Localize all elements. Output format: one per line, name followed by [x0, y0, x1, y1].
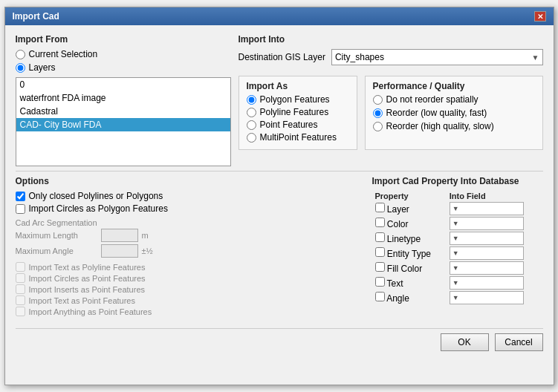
prop-select-fill_color[interactable]: ▼ — [450, 261, 524, 275]
prop-select-angle[interactable]: ▼ — [450, 291, 524, 304]
cad-property-panel: Import Cad Property Into Database Proper… — [372, 176, 543, 318]
prop-label-linetype: Linetype — [385, 234, 421, 244]
import-as-option-multipoint[interactable]: MultiPoint Features — [247, 132, 349, 143]
import-into-row: Destination GIS Layer City_shapes ▼ — [239, 49, 543, 65]
import-as-label-point: Point Features — [260, 120, 318, 130]
perf-option-low_quality[interactable]: Reorder (low quality, fast) — [373, 108, 535, 118]
prop-select-color[interactable]: ▼ — [450, 217, 524, 230]
prop-row-angle: Angle▼ — [372, 290, 543, 305]
layer-item[interactable]: 0 — [16, 78, 230, 91]
point-feature-cb-inserts_point[interactable] — [16, 284, 25, 294]
import-as-option-polyline[interactable]: Polyline Features — [247, 107, 349, 117]
max-angle-label: Maximum Angle — [16, 246, 97, 255]
prop-select-text[interactable]: ▼ — [450, 276, 524, 290]
options-checkboxes: Only closed Polylines or PolygonsImport … — [16, 191, 365, 214]
prop-select-arrow-fill_color: ▼ — [452, 264, 459, 272]
max-length-input[interactable]: 0 — [101, 229, 138, 242]
max-length-label: Maximum Length — [16, 231, 97, 240]
import-as-box: Import As Polygon FeaturesPolyline Featu… — [239, 76, 357, 150]
perf-option-high_quality[interactable]: Reorder (high quality, slow) — [373, 121, 535, 131]
max-length-unit: m — [142, 231, 149, 240]
perf-label-high_quality: Reorder (high quality, slow) — [386, 121, 494, 131]
point-feature-cb-text_point[interactable] — [16, 295, 25, 305]
cancel-button[interactable]: Cancel — [495, 333, 543, 351]
dest-gis-label: Destination GIS Layer — [239, 52, 325, 62]
performance-box: Performance / Quality Do not reorder spa… — [365, 76, 543, 150]
point-feature-row-anything_point[interactable]: Import Anything as Point Features — [16, 307, 365, 316]
prop-select-arrow-layer: ▼ — [452, 205, 459, 212]
import-as-radio-polygon[interactable] — [247, 95, 256, 105]
dialog-body: Import From Current Selection Layers 0wa… — [5, 25, 554, 359]
prop-row-entity_type: Entity Type▼ — [372, 246, 543, 261]
layer-item[interactable]: waterfront FDA image — [16, 91, 230, 105]
prop-checkbox-color[interactable] — [375, 218, 385, 227]
layer-item[interactable]: CAD- City Bowl FDA — [16, 118, 230, 131]
point-feature-cb-polyline_text[interactable] — [16, 262, 25, 272]
prop-select-layer[interactable]: ▼ — [450, 202, 524, 215]
import-as-label-polyline: Polyline Features — [260, 107, 329, 117]
prop-select-linetype[interactable]: ▼ — [450, 232, 524, 245]
prop-select-entity_type[interactable]: ▼ — [450, 246, 524, 260]
layers-radio[interactable] — [16, 63, 25, 73]
import-as-radio-point[interactable] — [247, 120, 256, 130]
arc-seg-label: Cad Arc Segmentation — [16, 218, 365, 227]
perf-radio-no_reorder[interactable] — [373, 95, 383, 105]
prop-checkbox-entity_type[interactable] — [375, 247, 385, 257]
import-cad-dialog: Import Cad ✕ Import From Current Selecti… — [4, 7, 554, 385]
option-cb-row-circles_polygon[interactable]: Import Circles as Polygon Features — [16, 203, 365, 214]
prop-checkbox-fill_color[interactable] — [375, 262, 385, 272]
prop-row-text: Text▼ — [372, 275, 543, 290]
point-feature-row-circles_point[interactable]: Import Circles as Point Features — [16, 273, 365, 283]
dest-gis-combo[interactable]: City_shapes ▼ — [331, 49, 543, 65]
dest-gis-arrow: ▼ — [532, 53, 539, 62]
prop-checkbox-layer[interactable] — [375, 203, 385, 212]
option-cb-label-closed_polylines: Only closed Polylines or Polygons — [29, 191, 163, 201]
options-panel: Options Only closed Polylines or Polygon… — [16, 176, 365, 318]
option-cb-row-closed_polylines[interactable]: Only closed Polylines or Polygons — [16, 191, 365, 201]
divider — [16, 171, 543, 172]
import-into-label: Import Into — [239, 34, 543, 45]
options-label: Options — [16, 176, 365, 186]
option-checkbox-closed_polylines[interactable] — [16, 192, 25, 201]
current-selection-row[interactable]: Current Selection — [16, 49, 231, 59]
prop-select-arrow-angle: ▼ — [452, 294, 459, 301]
import-into-section: Import Into Destination GIS Layer City_s… — [239, 34, 543, 68]
import-from-panel: Import From Current Selection Layers 0wa… — [16, 34, 231, 166]
import-as-option-polygon[interactable]: Polygon Features — [247, 94, 349, 105]
perf-radio-low_quality[interactable] — [373, 108, 383, 118]
point-feature-row-text_point[interactable]: Import Text as Point Features — [16, 295, 365, 305]
perf-label-no_reorder: Do not reorder spatially — [386, 94, 478, 105]
current-selection-radio[interactable] — [16, 50, 25, 59]
max-length-row: Maximum Length 0 m — [16, 229, 365, 242]
point-feature-row-inserts_point[interactable]: Import Inserts as Point Features — [16, 284, 365, 294]
option-checkbox-circles_polygon[interactable] — [16, 204, 25, 214]
point-feature-cb-anything_point[interactable] — [16, 307, 25, 316]
prop-row-linetype: Linetype▼ — [372, 231, 543, 246]
dest-gis-value: City_shapes — [335, 52, 384, 62]
prop-select-arrow-entity_type: ▼ — [452, 249, 459, 257]
ok-button[interactable]: OK — [441, 333, 489, 351]
import-as-radio-polyline[interactable] — [247, 108, 256, 117]
prop-checkbox-text[interactable] — [375, 277, 385, 287]
prop-row-layer: Layer▼ — [372, 201, 543, 216]
max-angle-input[interactable]: 30.00 — [101, 244, 138, 258]
layers-label: Layers — [29, 62, 56, 73]
point-feature-row-polyline_text[interactable]: Import Text as Polyline Features — [16, 262, 365, 272]
prop-checkbox-angle[interactable] — [375, 292, 385, 301]
layers-radio-row[interactable]: Layers — [16, 62, 231, 73]
point-feature-cb-circles_point[interactable] — [16, 273, 25, 283]
options-cad-row: Options Only closed Polylines or Polygon… — [16, 176, 543, 318]
max-angle-unit: ±½ — [142, 246, 153, 255]
layer-item[interactable]: Cadastral — [16, 105, 230, 118]
close-button[interactable]: ✕ — [534, 11, 546, 22]
import-as-option-point[interactable]: Point Features — [247, 120, 349, 130]
prop-label-angle: Angle — [385, 293, 409, 304]
layers-list[interactable]: 0waterfront FDA imageCadastralCAD- City … — [16, 77, 231, 166]
cad-property-label: Import Cad Property Into Database — [372, 176, 543, 186]
perf-option-no_reorder[interactable]: Do not reorder spatially — [373, 94, 535, 105]
prop-checkbox-linetype[interactable] — [375, 232, 385, 242]
import-as-radio-multipoint[interactable] — [247, 133, 256, 143]
prop-select-arrow-text: ▼ — [452, 279, 459, 287]
perf-radio-high_quality[interactable] — [373, 122, 383, 131]
import-as-label-polygon: Polygon Features — [260, 94, 330, 105]
